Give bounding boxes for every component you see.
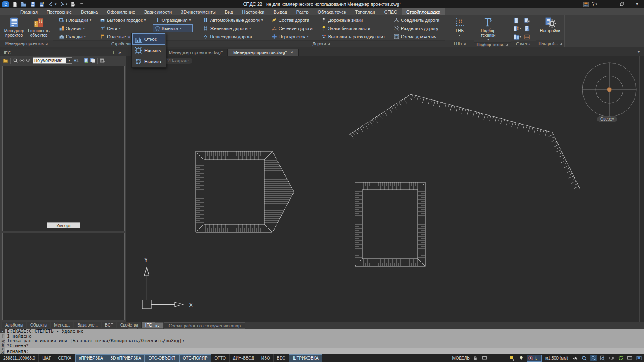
view-direction-badge[interactable]: Сверху xyxy=(597,116,617,122)
pin-icon[interactable] xyxy=(0,333,5,338)
ribbon-tab-Главная[interactable]: Главная xyxy=(16,8,42,15)
customize-button[interactable] xyxy=(78,1,85,7)
dialog-launcher-icon[interactable]: ◢ xyxy=(506,43,508,46)
chevron-down-icon[interactable]: ▾ xyxy=(55,2,57,6)
menu-item-Откос[interactable]: Откос xyxy=(132,33,165,45)
button-Площадки[interactable]: Площадки▾ xyxy=(57,16,93,24)
forward-button[interactable] xyxy=(58,1,66,7)
button-Железные дороги[interactable]: Железные дороги▾ xyxy=(201,24,265,32)
orbit-icon[interactable] xyxy=(608,355,615,361)
button-report-list-icon[interactable] xyxy=(524,26,534,32)
export-file-icon[interactable] xyxy=(83,58,89,63)
dialog-launcher-icon[interactable]: ◢ xyxy=(560,42,562,45)
ribbon-tab-3D-инструменты[interactable]: 3D-инструменты xyxy=(176,8,220,15)
toggle-оПРИВЯЗКА[interactable]: оПРИВЯЗКА xyxy=(75,354,107,362)
button-Здания[interactable]: Здания▾ xyxy=(57,24,93,32)
save-as-button[interactable] xyxy=(38,1,45,7)
button-Перекресток[interactable]: Перекресток▾ xyxy=(270,33,315,40)
button-Знаки безопасности[interactable]: Знаки безопасности xyxy=(319,24,387,32)
button-Готовность объектов[interactable]: Готовность объектов xyxy=(27,16,51,38)
ribbon-tab-СПДС[interactable]: СПДС xyxy=(380,8,402,15)
ifc-filter-select[interactable]: По умолчанию ▼ xyxy=(33,57,72,64)
button-report-nodes-icon[interactable]: ▾ xyxy=(513,26,523,32)
clean-screen-icon[interactable] xyxy=(626,355,633,361)
new-file-button[interactable] xyxy=(11,1,18,7)
button-report-spec-icon[interactable]: ▾ xyxy=(513,34,523,40)
visibility-icon[interactable] xyxy=(19,58,25,63)
command-input[interactable]: Команда: xyxy=(5,348,644,354)
button-Состав дороги[interactable]: Состав дороги xyxy=(270,16,315,24)
drawing-canvas[interactable]: YX 2D-каркас Сверху xyxy=(126,56,644,322)
export-copy-icon[interactable] xyxy=(90,58,95,63)
toggle-ИЗО[interactable]: ИЗО xyxy=(258,354,274,362)
document-tab[interactable]: Менеджер проектов.dwg* xyxy=(163,49,228,56)
close-icon[interactable]: ✕ xyxy=(117,50,123,55)
layout-tab-Схема работ по сооружению опор[interactable]: Схема работ по сооружению опор xyxy=(164,322,245,329)
button-Менеджер проектов[interactable]: Менеджер проектов xyxy=(2,16,26,38)
button-Схема движения[interactable]: Схема движения xyxy=(392,33,441,40)
save-button[interactable] xyxy=(29,1,36,7)
palette-tab-IFC[interactable]: IFC xyxy=(142,322,155,328)
button-Сети[interactable]: Сети▾ xyxy=(98,24,148,32)
close-button[interactable]: ✕ xyxy=(630,0,644,8)
visibility-query-icon[interactable]: ? xyxy=(26,58,31,63)
regen-icon[interactable] xyxy=(617,355,624,361)
viewport-icon[interactable] xyxy=(481,355,488,361)
button-Выемка[interactable]: Выемка▾ xyxy=(153,24,193,32)
zoom-window-icon[interactable] xyxy=(590,355,597,361)
ifc-details-area[interactable] xyxy=(2,233,125,320)
open-folder-icon[interactable] xyxy=(3,58,8,63)
viewport-mode-badge[interactable]: 2D-каркас xyxy=(163,58,192,64)
palette-tab-База эле...[interactable]: База эле... xyxy=(74,322,101,328)
restore-button[interactable] xyxy=(615,0,629,8)
palette-tab-Альбомы[interactable]: Альбомы xyxy=(2,322,26,328)
chevron-down-icon[interactable]: ▼ xyxy=(66,58,72,63)
toggle-ШТРИХОВКА[interactable]: ШТРИХОВКА xyxy=(289,354,322,362)
ribbon-tab-Вставка[interactable]: Вставка xyxy=(76,8,102,15)
toggle-ОТС-ПОЛЯР[interactable]: ОТС-ПОЛЯР xyxy=(179,354,211,362)
button-ГНБ[interactable]: ГНБ▾ xyxy=(447,16,471,38)
toggle-ОТС-ОБЪЕКТ[interactable]: ОТС-ОБЪЕКТ xyxy=(145,354,179,362)
menu-item-Выемка[interactable]: Выемка xyxy=(132,56,165,67)
zoom-icon[interactable] xyxy=(581,355,588,361)
ribbon-tab-Топоплан[interactable]: Топоплан xyxy=(350,8,380,15)
toggle-ОРТО[interactable]: ОРТО xyxy=(211,354,230,362)
workspace-icon[interactable] xyxy=(583,2,589,7)
button-Выполнить раскладку плит[interactable]: Выполнить раскладку плит xyxy=(319,33,387,40)
palette-tab-Свойства[interactable]: Свойства xyxy=(117,322,142,328)
menu-item-Насыпь[interactable]: Насыпь xyxy=(132,45,165,56)
ribbon-tab-Растр[interactable]: Растр xyxy=(292,8,313,15)
button-Ограждения[interactable]: Ограждения▾ xyxy=(153,16,193,24)
button-report-table-icon[interactable] xyxy=(524,34,534,40)
zoom-extents-icon[interactable] xyxy=(599,355,606,361)
doc-tabs-overflow-icon[interactable]: ▼ xyxy=(637,50,641,54)
button-Разделить дорогу[interactable]: Разделить дорогу xyxy=(392,24,441,32)
button-Склады[interactable]: Склады▾ xyxy=(57,33,93,40)
import-button[interactable]: Импорт xyxy=(47,222,80,228)
chevron-down-icon[interactable]: ▾ xyxy=(66,2,68,6)
snap-off-icon[interactable] xyxy=(527,355,534,361)
bulb-icon[interactable] xyxy=(518,355,525,361)
palette-tab-BCF[interactable]: BCF xyxy=(102,322,116,328)
dialog-launcher-icon[interactable]: ◢ xyxy=(328,42,330,45)
close-icon[interactable]: ✕ xyxy=(290,50,294,54)
sort-icon[interactable] xyxy=(73,58,79,63)
button-Соединить дороги[interactable]: Соединить дороги xyxy=(392,16,441,24)
fullscreen-icon[interactable] xyxy=(635,355,642,361)
search-icon[interactable] xyxy=(13,58,18,63)
scale-button[interactable]: м1:500 (мм) xyxy=(544,356,570,360)
button-Сечение дороги[interactable]: Сечение дороги xyxy=(270,24,315,32)
dialog-launcher-icon[interactable]: ◢ xyxy=(463,42,465,45)
back-button[interactable] xyxy=(47,1,54,7)
ifc-tree-area[interactable]: Импорт xyxy=(2,66,125,231)
pin-icon[interactable]: ⊥ xyxy=(110,50,117,55)
palette-tab-Менед...[interactable]: Менед... xyxy=(51,322,73,328)
help-button[interactable]: ?▾ xyxy=(590,1,599,7)
ribbon-tab-Построение[interactable]: Построение xyxy=(42,8,76,15)
pan-icon[interactable] xyxy=(572,355,579,361)
button-report-doc-icon[interactable] xyxy=(513,17,523,24)
ucs-icon[interactable] xyxy=(534,355,541,361)
button-Автомобильные дороги[interactable]: Автомобильные дороги▾ xyxy=(201,16,265,24)
toggle-ШАГ[interactable]: ШАГ xyxy=(39,354,54,362)
ribbon-tab-Вывод[interactable]: Вывод xyxy=(269,8,291,15)
